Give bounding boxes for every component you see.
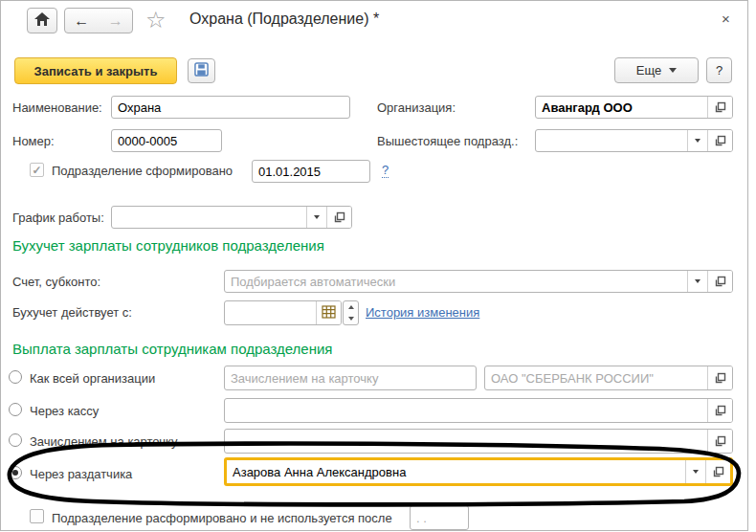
check-icon: ✓ [32, 164, 41, 177]
dropdown-button[interactable] [687, 130, 707, 151]
distributor-value[interactable]: Азарова Анна Александровна [227, 460, 685, 483]
payment-method-field[interactable]: Зачислением на карточку [224, 366, 477, 390]
open-icon[interactable] [705, 460, 730, 483]
card-transfer-field[interactable] [224, 429, 733, 454]
cash-desk-value[interactable] [225, 399, 707, 422]
chevron-down-icon [314, 215, 320, 219]
open-icon[interactable] [707, 271, 732, 292]
home-button[interactable] [27, 8, 57, 33]
dropdown-button[interactable] [687, 271, 707, 292]
save-close-button[interactable]: Записать и закрыть [14, 57, 177, 84]
bank-field[interactable]: ОАО "СБЕРБАНК РОССИИ" [484, 366, 733, 390]
dropdown-button[interactable] [685, 460, 705, 483]
more-button[interactable]: Еще [614, 57, 699, 83]
open-icon[interactable] [707, 399, 732, 422]
save-button[interactable] [188, 58, 215, 83]
nav-button-group: ← → [64, 8, 133, 33]
history-link[interactable]: История изменения [366, 305, 479, 320]
close-icon[interactable]: × [722, 11, 730, 27]
formed-help-link[interactable]: ? [382, 163, 389, 178]
spinner-down-icon[interactable] [344, 313, 358, 324]
formed-checkbox[interactable]: ✓ [30, 163, 44, 177]
radio-card-transfer[interactable] [9, 433, 22, 447]
radio-whole-organization[interactable] [9, 370, 22, 384]
back-arrow-icon: ← [74, 12, 89, 30]
favorite-star-icon[interactable]: ☆ [145, 9, 167, 32]
account-label: Счет, субконто: [12, 275, 100, 289]
radio-card-transfer-label: Зачислением на карточку [30, 434, 177, 449]
parent-field[interactable] [535, 129, 733, 152]
acc-from-label: Бухучет действует с: [12, 305, 132, 320]
acc-from-date-field[interactable] [224, 300, 342, 325]
section-accounting-title: Бухучет зарплаты сотрудников подразделен… [12, 237, 324, 254]
account-placeholder: Подбирается автоматически [231, 275, 395, 289]
back-button[interactable]: ← [65, 12, 99, 30]
calendar-icon [322, 305, 336, 321]
chevron-down-icon [669, 68, 677, 73]
payment-method-placeholder: Зачислением на карточку [231, 371, 378, 386]
disbanded-label: Подразделение расформировано и не исполь… [52, 511, 392, 525]
chevron-down-icon [695, 139, 700, 143]
radio-whole-organization-label: Как всей организации [30, 371, 155, 386]
open-icon[interactable] [707, 366, 732, 389]
section-payment-title: Выплата зарплаты сотрудникам подразделен… [12, 341, 332, 357]
radio-cash-desk-label: Через кассу [30, 404, 99, 418]
formed-label: Подразделение сформировано [52, 164, 233, 178]
name-input[interactable]: Охрана [111, 96, 350, 119]
disbanded-date-input[interactable]: . . [410, 505, 469, 530]
department-form-window: ← → ☆ Охрана (Подразделение) * × Записат… [0, 0, 748, 531]
number-label: Номер: [12, 134, 55, 148]
floppy-icon [194, 62, 209, 79]
parent-label: Вышестоящее подразд.: [377, 134, 518, 148]
account-field[interactable]: Подбирается автоматически [224, 270, 733, 293]
chevron-down-icon [693, 470, 699, 474]
distributor-field[interactable]: Азарова Анна Александровна [224, 457, 733, 486]
disbanded-date-placeholder: . . [416, 511, 427, 525]
radio-distributor[interactable] [9, 466, 22, 479]
disbanded-checkbox[interactable] [30, 509, 44, 523]
schedule-field[interactable] [111, 206, 352, 229]
date-spinner[interactable] [343, 300, 359, 325]
schedule-label: График работы: [12, 211, 104, 225]
home-icon [34, 12, 50, 29]
acc-from-date-value[interactable] [225, 301, 316, 324]
open-icon[interactable] [707, 430, 732, 453]
schedule-value[interactable] [112, 207, 306, 228]
more-button-label: Еще [636, 63, 661, 78]
spinner-up-icon[interactable] [344, 301, 358, 313]
org-field[interactable]: Авангард ООО [535, 96, 733, 119]
cash-desk-field[interactable] [224, 398, 733, 423]
number-input[interactable]: 0000-0005 [111, 129, 222, 152]
org-value[interactable]: Авангард ООО [536, 97, 707, 118]
open-icon[interactable] [707, 130, 732, 151]
bank-placeholder: ОАО "СБЕРБАНК РОССИИ" [491, 371, 654, 386]
radio-cash-desk[interactable] [9, 403, 22, 416]
open-icon[interactable] [326, 207, 351, 228]
dropdown-button[interactable] [306, 207, 326, 228]
calendar-button[interactable] [316, 301, 341, 324]
chevron-down-icon [695, 279, 700, 283]
name-label: Наименование: [12, 100, 102, 115]
help-button[interactable]: ? [706, 57, 732, 83]
forward-arrow-icon: → [108, 12, 123, 30]
forward-button[interactable]: → [100, 12, 133, 30]
formed-date-input[interactable]: 01.01.2015 [252, 160, 370, 183]
card-transfer-value[interactable] [225, 430, 707, 453]
radio-distributor-label: Через раздатчика [30, 467, 132, 481]
page-title: Охрана (Подразделение) * [189, 11, 379, 28]
parent-value[interactable] [536, 130, 687, 151]
open-icon[interactable] [707, 97, 732, 118]
org-label: Организация: [377, 100, 456, 115]
